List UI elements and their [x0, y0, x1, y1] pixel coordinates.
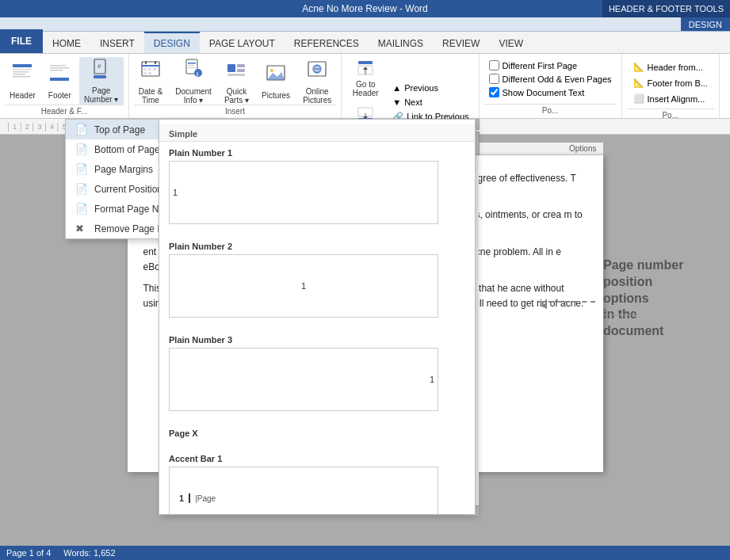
- plain-number-2-title: Plain Number 2: [169, 242, 465, 251]
- next-button[interactable]: ▼ Next: [388, 96, 473, 109]
- document-info-label: DocumentInfo ▾: [175, 87, 212, 105]
- tab-home[interactable]: HOME: [43, 32, 90, 53]
- top-of-page-icon: 📄: [75, 124, 88, 135]
- different-odd-even-checkbox[interactable]: Different Odd & Even Pages: [489, 74, 612, 84]
- previous-label: Previous: [404, 83, 438, 93]
- plain-number-3-item[interactable]: Plain Number 3 1: [159, 329, 475, 422]
- svg-rect-0: [13, 64, 32, 67]
- svg-rect-21: [148, 72, 151, 74]
- next-icon: ▼: [392, 97, 401, 107]
- go-to-header-label: Go toHeader: [353, 80, 379, 97]
- svg-rect-31: [227, 74, 245, 76]
- tab-page-layout[interactable]: PAGE LAYOUT: [200, 32, 285, 53]
- tab-design[interactable]: DESIGN: [144, 32, 200, 53]
- go-to-header-button[interactable]: Go toHeader: [346, 57, 384, 101]
- document-info-button[interactable]: i DocumentInfo ▾: [170, 57, 216, 105]
- current-position-icon: 📄: [75, 183, 88, 195]
- next-label: Next: [404, 97, 422, 107]
- svg-rect-14: [142, 65, 159, 67]
- previous-button[interactable]: ▲ Previous: [388, 82, 473, 94]
- footer-button[interactable]: Footer: [44, 57, 76, 105]
- svg-rect-25: [188, 67, 196, 68]
- page-margins-label: Page Margins: [94, 164, 153, 175]
- page-number-annotation: Page number position options in the docu…: [603, 257, 714, 340]
- header-button[interactable]: Header: [5, 57, 40, 105]
- page-count: Page 1 of 4: [6, 548, 51, 558]
- position-group-label: Po...: [627, 109, 714, 120]
- show-document-text-checkbox[interactable]: Show Document Text: [489, 87, 612, 97]
- ribbon-group-insert: Date &Time i DocumentInfo ▾: [129, 54, 342, 118]
- ribbon-group-navigation: Go toHeader Go toFooter: [342, 54, 479, 118]
- pictures-icon: [265, 62, 287, 90]
- header-from-button[interactable]: 📐 Header from...: [629, 60, 713, 74]
- hf-tools-bar: DESIGN: [0, 17, 730, 32]
- svg-text:i: i: [197, 70, 198, 78]
- bottom-of-page-icon: 📄: [75, 143, 88, 155]
- footer-from-button[interactable]: 📐 Footer from B...: [629, 76, 713, 90]
- tab-file[interactable]: FILE: [0, 29, 43, 53]
- quick-parts-label: QuickParts ▾: [224, 87, 249, 105]
- tab-view[interactable]: VIEW: [489, 32, 533, 53]
- footer-label: Footer: [48, 91, 71, 100]
- insert-alignment-button[interactable]: ⬜ Insert Alignm...: [629, 92, 713, 105]
- tab-insert[interactable]: INSERT: [90, 32, 144, 53]
- ribbon-tabs: FILE HOME INSERT DESIGN PAGE LAYOUT REFE…: [0, 32, 730, 54]
- svg-rect-6: [50, 67, 69, 69]
- ribbon-group-position: 📐 Header from... 📐 Footer from B... ⬜ In…: [622, 54, 720, 118]
- svg-marker-34: [267, 72, 285, 80]
- plain-number-3-preview: 1: [169, 348, 438, 411]
- tab-mailings[interactable]: MAILINGS: [369, 32, 433, 53]
- svg-rect-15: [145, 61, 147, 64]
- pictures-label: Pictures: [262, 91, 290, 100]
- document-info-icon: i: [182, 58, 204, 86]
- tab-review[interactable]: REVIEW: [433, 32, 489, 53]
- page-number-button[interactable]: # PageNumber ▾: [79, 57, 124, 105]
- svg-rect-16: [155, 61, 156, 64]
- word-count: Words: 1,652: [63, 548, 115, 558]
- accent-bar-1-item[interactable]: Accent Bar 1 1 |Page: [159, 448, 475, 515]
- header-icon: [11, 62, 33, 90]
- page-margins-icon: 📄: [75, 163, 88, 175]
- insert-alignment-icon: ⬜: [633, 93, 644, 104]
- svg-rect-1: [13, 69, 32, 70]
- ribbon-group-options: Different First Page Different Odd & Eve…: [480, 54, 622, 118]
- current-position-label: Current Position: [94, 184, 162, 195]
- page-x-item[interactable]: Page X: [159, 422, 475, 448]
- previous-icon: ▲: [392, 83, 401, 93]
- header-from-icon: 📐: [633, 62, 644, 72]
- hf-tools-label: HEADER & FOOTER TOOLS: [602, 0, 730, 17]
- svg-rect-18: [148, 68, 151, 70]
- svg-rect-12: [94, 75, 106, 78]
- svg-rect-9: [50, 78, 69, 81]
- online-pictures-label: OnlinePictures: [303, 87, 331, 105]
- plain-number-3-title: Plain Number 3: [169, 335, 465, 345]
- date-time-icon: [140, 58, 162, 86]
- date-time-button[interactable]: Date &Time: [134, 57, 168, 105]
- quick-parts-button[interactable]: QuickParts ▾: [220, 57, 254, 105]
- svg-rect-17: [143, 68, 147, 70]
- top-of-page-label: Top of Page: [94, 124, 145, 135]
- accent-bar-1-title: Accent Bar 1: [169, 454, 465, 463]
- online-pictures-button[interactable]: OnlinePictures: [298, 57, 336, 105]
- svg-rect-8: [50, 72, 51, 73]
- quick-parts-icon: [225, 58, 247, 86]
- svg-rect-23: [188, 63, 196, 64]
- svg-rect-24: [188, 65, 194, 66]
- svg-rect-40: [358, 61, 373, 64]
- pictures-button[interactable]: Pictures: [257, 57, 295, 105]
- plain-number-1-item[interactable]: Plain Number 1 1: [159, 142, 475, 235]
- tab-references[interactable]: REFERENCES: [285, 32, 369, 53]
- document-title: Acne No More Review - Word: [302, 3, 428, 14]
- page-number-label: PageNumber ▾: [84, 86, 118, 104]
- submenu-section-simple: Simple: [159, 124, 475, 142]
- format-page-numbers-icon: 📄: [75, 203, 88, 215]
- insert-group-label: Insert: [134, 105, 337, 116]
- svg-rect-19: [153, 68, 156, 70]
- svg-rect-30: [237, 69, 245, 72]
- hf-tools-design-label: DESIGN: [681, 17, 730, 31]
- different-first-page-checkbox[interactable]: Different First Page: [489, 60, 612, 70]
- plain-number-2-item[interactable]: Plain Number 2 1: [159, 235, 475, 329]
- svg-rect-28: [227, 64, 235, 72]
- go-to-header-icon: [357, 60, 373, 78]
- svg-point-33: [270, 69, 273, 72]
